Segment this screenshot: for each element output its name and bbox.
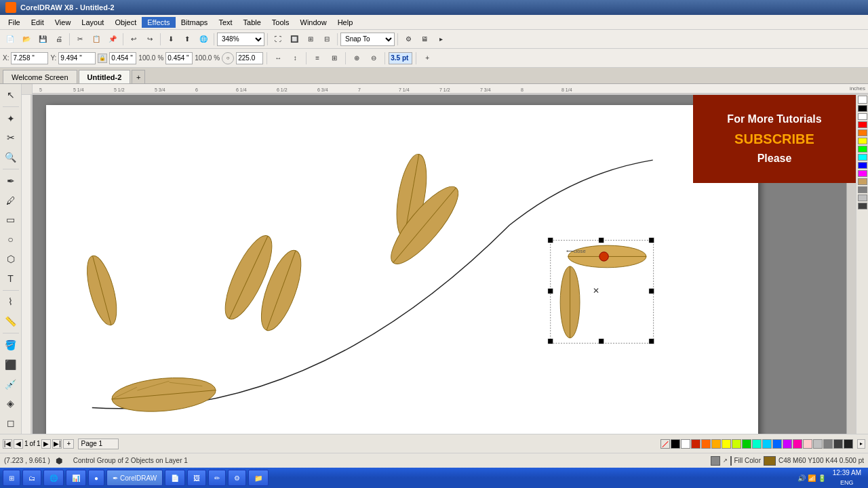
task-ps[interactable]: 🖼 — [187, 470, 206, 486]
colorbar-scroll[interactable]: ▸ — [857, 439, 865, 449]
color-white[interactable] — [681, 439, 690, 449]
color-amber[interactable] — [711, 439, 721, 449]
menu-file[interactable]: File — [3, 17, 26, 28]
options-btn[interactable]: ⚙ — [401, 32, 416, 47]
silver-swatch[interactable] — [858, 195, 867, 201]
zoom-tool[interactable]: 🔍 — [1, 148, 20, 167]
freehand-tool[interactable]: ✒ — [1, 171, 20, 190]
color-blue[interactable] — [772, 439, 782, 449]
eyedropper[interactable]: 💉 — [1, 375, 20, 394]
save-btn[interactable]: 💾 — [35, 32, 50, 47]
menu-bitmaps[interactable]: Bitmaps — [176, 17, 214, 28]
page-last[interactable]: ▶| — [52, 439, 62, 449]
ellipse-tool[interactable]: ○ — [1, 230, 20, 249]
pointer-tool[interactable]: ↖ — [1, 85, 20, 104]
gray-swatch[interactable] — [858, 186, 867, 193]
view-btn[interactable]: 🔲 — [287, 32, 302, 47]
color-yellow[interactable] — [722, 439, 731, 449]
menu-effects[interactable]: Effects — [142, 17, 175, 28]
crop-tool[interactable]: ✂ — [1, 129, 20, 148]
menu-layout[interactable]: Layout — [76, 17, 109, 28]
orange-swatch[interactable] — [858, 129, 867, 136]
page-add[interactable]: + — [63, 439, 74, 449]
text-tool[interactable]: T — [1, 269, 20, 288]
dark-gray-swatch[interactable] — [858, 203, 867, 209]
menu-text[interactable]: Text — [213, 17, 237, 28]
blend-tool[interactable]: ◈ — [1, 394, 20, 413]
color-darkred[interactable] — [691, 439, 701, 449]
task-corel[interactable]: ✒ CorelDRAW — [106, 470, 163, 486]
color-orange[interactable] — [701, 439, 711, 449]
cut-btn[interactable]: ✂ — [73, 32, 87, 47]
smart-fill[interactable]: ⬛ — [1, 355, 20, 374]
color-green[interactable] — [742, 439, 751, 449]
undo-btn[interactable]: ↩ — [126, 32, 141, 47]
group-btn[interactable]: ⊕ — [349, 51, 364, 66]
transparency-tool[interactable]: ◻ — [1, 413, 20, 432]
task-misc1[interactable]: ⚙ — [228, 470, 246, 486]
import-btn[interactable]: ⬇ — [163, 32, 178, 47]
new-btn[interactable]: 📄 — [3, 32, 18, 47]
width-input[interactable] — [109, 52, 136, 64]
red-swatch[interactable] — [858, 121, 867, 128]
task-chrome[interactable]: ● — [88, 470, 104, 486]
align-btn[interactable]: ≡ — [310, 51, 325, 66]
drawing-area[interactable]: ✕ ⟵close For More Tutorials SUBSCRIBE Pl… — [33, 95, 856, 434]
color-light-pink[interactable] — [803, 439, 812, 449]
redo-btn[interactable]: ↪ — [142, 32, 157, 47]
color-purple[interactable] — [783, 439, 792, 449]
zoom-dropdown[interactable]: 348% — [217, 33, 264, 46]
snap-dropdown[interactable]: Snap To — [340, 33, 395, 46]
color-darkgray[interactable] — [833, 439, 843, 449]
rect-tool[interactable]: ▭ — [1, 211, 20, 230]
paste-btn[interactable]: 📌 — [105, 32, 120, 47]
menu-tools[interactable]: Tools — [267, 17, 295, 28]
open-btn[interactable]: 📂 — [19, 32, 34, 47]
measure-tool[interactable]: 📏 — [1, 312, 20, 331]
tab-welcome[interactable]: Welcome Screen — [3, 70, 77, 83]
blue-swatch[interactable] — [858, 162, 867, 169]
color-sky[interactable] — [762, 439, 772, 449]
angle-input[interactable] — [236, 52, 263, 64]
shape-tool[interactable]: ✦ — [1, 109, 20, 128]
start-btn[interactable]: ⊞ — [3, 470, 20, 486]
full-screen-btn[interactable]: ⛶ — [271, 32, 285, 47]
menu-object[interactable]: Object — [109, 17, 142, 28]
connector-tool[interactable]: ⌇ — [1, 293, 20, 312]
menu-window[interactable]: Window — [295, 17, 332, 28]
artistic-tool[interactable]: 🖊 — [1, 191, 20, 210]
publish-btn[interactable]: 🌐 — [196, 32, 211, 47]
yellow-swatch[interactable] — [858, 138, 867, 144]
color-black[interactable] — [671, 439, 680, 449]
color-pink[interactable] — [793, 439, 802, 449]
task-word[interactable]: 📄 — [165, 470, 185, 486]
color-yellow-green[interactable] — [732, 439, 741, 449]
white-swatch[interactable] — [858, 113, 867, 120]
green-swatch[interactable] — [858, 146, 867, 152]
grid-btn[interactable]: ⊞ — [303, 32, 318, 47]
ungroup-btn[interactable]: ⊖ — [366, 51, 381, 66]
page-prev[interactable]: ◀ — [14, 439, 23, 449]
distribute-btn[interactable]: ⊞ — [327, 51, 342, 66]
menu-view[interactable]: View — [50, 17, 77, 28]
print-btn[interactable]: 🖨 — [52, 32, 66, 47]
more-btn[interactable]: ▸ — [433, 32, 448, 47]
task-ppt[interactable]: 📊 — [66, 470, 86, 486]
magenta-swatch[interactable] — [858, 170, 867, 177]
color-nearblack[interactable] — [844, 439, 853, 449]
x-input[interactable] — [11, 52, 48, 64]
flip-h-btn[interactable]: ↔ — [271, 51, 285, 66]
black-swatch[interactable] — [858, 105, 867, 112]
task-ai[interactable]: ✏ — [208, 470, 226, 486]
page-tab[interactable]: Page 1 — [78, 439, 119, 449]
font-size-input[interactable] — [389, 52, 412, 64]
polygon-tool[interactable]: ⬡ — [1, 249, 20, 268]
color-teal[interactable] — [752, 439, 762, 449]
more-prop-btn[interactable]: + — [420, 51, 435, 66]
cyan-swatch[interactable] — [858, 154, 867, 161]
color-gray[interactable] — [823, 439, 833, 449]
flip-v-btn[interactable]: ↕ — [288, 51, 302, 66]
menu-edit[interactable]: Edit — [26, 17, 50, 28]
y-input[interactable] — [58, 52, 96, 64]
height-input[interactable] — [165, 52, 193, 64]
